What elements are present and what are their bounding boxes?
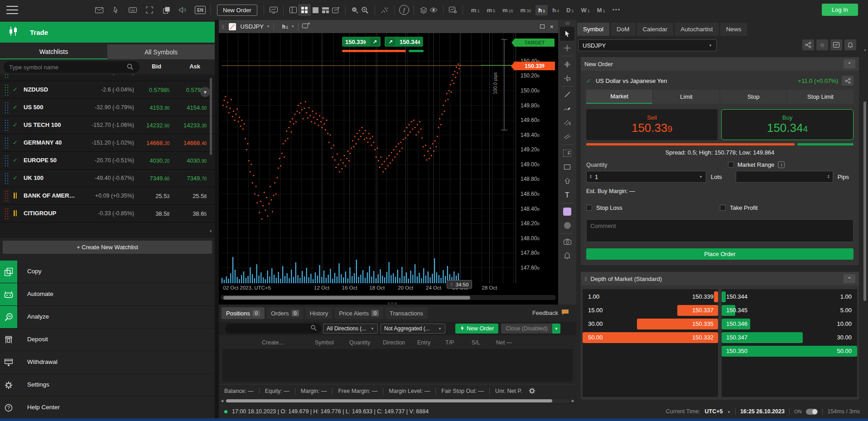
arrow-shape-tool-icon[interactable]	[560, 174, 574, 188]
close-icon[interactable]: ×	[550, 23, 554, 30]
color-swatch-icon[interactable]	[560, 204, 574, 218]
ask-value[interactable]: 38.65	[193, 210, 207, 217]
rectangle-tool-icon[interactable]	[560, 160, 574, 174]
drag-handle-icon[interactable]: ⣿	[584, 276, 587, 281]
login-button[interactable]: Log In	[822, 4, 858, 16]
share-icon[interactable]	[802, 39, 814, 50]
target-price-tag[interactable]: TARGET	[515, 39, 555, 47]
chart-symbol-label[interactable]: USDJPY	[241, 23, 264, 30]
chart-type-icon[interactable]	[229, 23, 236, 30]
tab-dom[interactable]: DoM	[611, 23, 636, 36]
bid-value[interactable]: 94.763	[152, 74, 169, 76]
drag-handle-icon[interactable]: ⠿	[450, 282, 453, 287]
sell-quick-button[interactable]: 150.339 ↗	[342, 37, 381, 47]
mail-icon[interactable]	[94, 5, 104, 15]
split-chart-icon[interactable]	[321, 5, 331, 15]
quantity-input[interactable]	[595, 174, 696, 180]
eye-icon[interactable]	[429, 5, 439, 15]
chart-scrollbar[interactable]	[221, 295, 556, 300]
dom-ask-row[interactable]: 150.34730.00	[722, 331, 857, 344]
menu-collapse-chevron-icon[interactable]: ▼	[200, 87, 210, 97]
right-panel-scrollbar[interactable]	[863, 54, 866, 403]
watchlist-row-germany40[interactable]: ✓ GERMANY 40 -151.20 (-1.02%) 14668.20 1…	[0, 134, 215, 152]
timeframe-m5[interactable]: m5	[484, 5, 498, 15]
ask-value[interactable]: 25.58	[193, 193, 207, 199]
ask-value[interactable]: 4154.50	[187, 104, 207, 111]
sidebar-item-settings[interactable]: Settings	[0, 374, 215, 397]
sidebar-item-analyze[interactable]: Analyze	[0, 306, 215, 329]
pop-out-chart-icon[interactable]	[302, 23, 310, 31]
sell-button[interactable]: Sell 150.339	[586, 109, 718, 140]
trendline-tool-icon[interactable]	[560, 87, 574, 102]
timezone-dropdown[interactable]: UTC+5 ▼	[705, 408, 731, 415]
drag-handle-icon[interactable]	[4, 74, 9, 78]
watchlist-row-us500[interactable]: ✓ US 500 -32.90 (-0.79%) 4153.90 4154.50	[0, 99, 215, 116]
ask-value[interactable]: 14233.30	[183, 122, 207, 129]
order-type-stop-limit[interactable]: Stop Limit	[787, 90, 854, 104]
bid-value[interactable]: 7349.60	[149, 175, 169, 182]
stop-loss-checkbox[interactable]	[586, 205, 592, 211]
tab-transactions[interactable]: Transactions	[385, 307, 428, 319]
timeframe-m15[interactable]: m15	[500, 5, 516, 15]
detach-chart-icon[interactable]	[269, 5, 279, 15]
panel-splitter-handle[interactable]: ⠶⠶⠶	[387, 301, 398, 305]
dom-bid-row[interactable]: 1.00150.339	[583, 290, 718, 304]
sidebar-item-copy[interactable]: Copy	[0, 261, 215, 283]
keyboard-icon[interactable]	[128, 5, 138, 15]
draw-pencil-tool-icon[interactable]	[560, 102, 574, 116]
symbol-search-input[interactable]	[4, 61, 140, 73]
collapse-icon[interactable]: ⌃	[844, 59, 855, 68]
copy-layout-icon[interactable]	[161, 5, 171, 15]
watchlist-row-bankofamerica[interactable]: BANK OF AMER… +0.09 (+0.35%) 25.53 25.58	[0, 187, 215, 205]
ask-value[interactable]: 7349.70	[187, 175, 207, 182]
gear-icon[interactable]	[529, 387, 535, 394]
watchlist-row-nzdusd[interactable]: ✓ NZDUSD -2.6 (-0.04%) 0.57985 0.57989	[0, 81, 215, 99]
scroll-down-icon[interactable]: ▼	[209, 229, 212, 233]
bid-value[interactable]: 0.57985	[149, 87, 169, 93]
market-range-pips-input[interactable]: ▲▼	[736, 171, 833, 183]
brush-size-icon[interactable]	[560, 218, 574, 232]
close-position-button[interactable]: Close (Disabled) ▼	[501, 324, 560, 334]
bid-value[interactable]: 4153.90	[149, 104, 169, 111]
drag-handle-icon[interactable]	[4, 172, 9, 184]
stepper-arrows-icon[interactable]: ▲▼	[589, 174, 592, 179]
watchlist-row-uk100[interactable]: ✓ UK 100 -49.40 (-0.67%) 7349.60 7349.70	[0, 169, 215, 187]
timeframe-mn1[interactable]: M1	[594, 5, 608, 15]
parallel-lines-tool-icon[interactable]	[560, 130, 574, 144]
positions-hscrollbar[interactable]: ◀ ▶	[221, 399, 574, 403]
tab-news[interactable]: News	[720, 23, 747, 36]
order-type-stop[interactable]: Stop	[720, 90, 786, 104]
dom-ask-row[interactable]: 150.35050.00	[722, 344, 857, 358]
tab-symbol[interactable]: Symbol	[577, 23, 609, 36]
place-order-button[interactable]: Place Order	[586, 248, 854, 260]
bid-value[interactable]: 14232.50	[146, 122, 169, 129]
vertical-line-tool-icon[interactable]	[560, 71, 574, 85]
positions-search-input[interactable]	[225, 324, 322, 334]
bid-value[interactable]: 25.53	[155, 193, 169, 199]
stepper-arrows-icon[interactable]: ▲▼	[827, 174, 830, 179]
dot-chart-type-icon[interactable]	[380, 5, 390, 15]
timeframe-m30[interactable]: m30	[518, 5, 534, 15]
dom-bid-row[interactable]: 30.00150.335	[583, 317, 718, 331]
bid-value[interactable]: 38.58	[155, 210, 169, 217]
ask-value[interactable]: 14668.40	[183, 140, 207, 146]
layers-icon[interactable]	[419, 5, 429, 15]
timeframe-h1[interactable]: h1	[535, 5, 548, 15]
cursor-tool-icon[interactable]	[560, 27, 574, 41]
bid-value[interactable]: 14668.20	[146, 140, 169, 146]
camera-snapshot-icon[interactable]	[560, 235, 574, 249]
sidebar-item-deposit[interactable]: Deposit	[0, 329, 215, 351]
indicators-icon[interactable]: f	[399, 5, 409, 15]
pips-value-input[interactable]	[736, 174, 825, 180]
buy-quick-button[interactable]: ↗ 150.344	[385, 37, 423, 47]
chevron-down-icon[interactable]: ▼	[266, 24, 270, 29]
order-type-limit[interactable]: Limit	[653, 90, 719, 104]
market-range-checkbox[interactable]	[728, 162, 734, 168]
scroll-left-icon[interactable]: ◀	[221, 399, 225, 403]
chart-layout-icon[interactable]	[288, 5, 298, 15]
ask-value[interactable]: 4030.90	[187, 157, 207, 164]
watchlist-row-ustech100[interactable]: ✓ US TECH 100 -152.70 (-1.06%) 14232.50 …	[0, 116, 215, 134]
zoom-in-icon[interactable]	[360, 5, 370, 15]
on-toggle[interactable]	[806, 409, 818, 415]
sidebar-item-trade[interactable]: Trade	[0, 22, 215, 43]
